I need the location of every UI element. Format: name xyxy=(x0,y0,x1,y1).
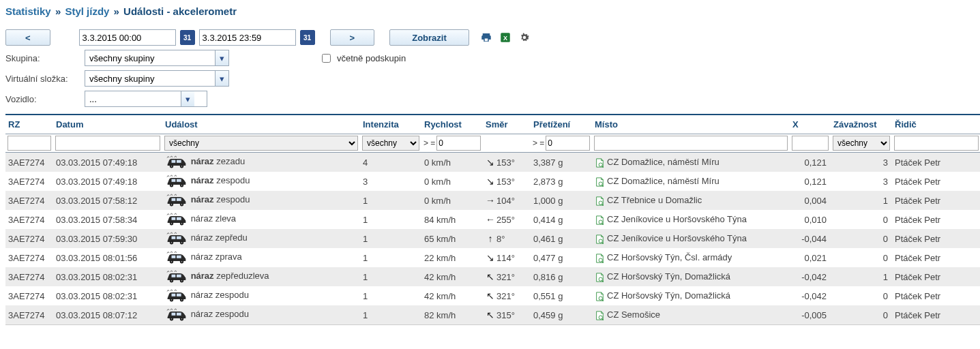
col-driver[interactable]: Řidič xyxy=(892,115,980,134)
vfolder-input[interactable] xyxy=(85,71,215,86)
cell-g: 0,459 g xyxy=(531,305,592,325)
cell-date: 03.03.2015 08:02:31 xyxy=(53,286,162,305)
map-doc-icon[interactable] xyxy=(595,292,604,301)
direction-arrow-icon: → xyxy=(486,195,495,206)
col-g[interactable]: Přetížení xyxy=(531,115,592,134)
chevron-down-icon[interactable]: ▾ xyxy=(215,71,228,86)
col-date[interactable]: Datum xyxy=(53,115,162,134)
cell-date: 03.03.2015 07:49:18 xyxy=(53,153,162,172)
cell-sev: 0 xyxy=(831,248,892,267)
cell-date: 03.03.2015 07:58:12 xyxy=(53,191,162,210)
col-event[interactable]: Událost xyxy=(162,115,360,134)
col-x[interactable]: X xyxy=(790,115,831,134)
cell-dir: ↖321° xyxy=(483,286,531,305)
table-row[interactable]: 3AE7274 03.03.2015 07:58:34 náraz zleva … xyxy=(5,210,980,229)
cell-event: náraz zezadu xyxy=(162,153,360,172)
vehicle-combo[interactable]: ▾ xyxy=(85,91,207,107)
calendar-from-button[interactable]: 31 xyxy=(180,30,195,45)
vfolder-combo[interactable]: ▾ xyxy=(85,70,229,87)
table-row[interactable]: 3AE7274 03.03.2015 07:59:30 náraz zepřed… xyxy=(5,229,980,248)
map-doc-icon[interactable] xyxy=(595,234,604,244)
car-crash-icon xyxy=(165,213,188,226)
cell-speed: 65 km/h xyxy=(421,229,483,248)
cell-sev: 0 xyxy=(831,210,892,229)
direction-arrow-icon: ↘ xyxy=(486,176,495,187)
col-sev[interactable]: Závažnost xyxy=(831,115,892,134)
cell-event: náraz zepředuzleva xyxy=(162,267,360,286)
table-row[interactable]: 3AE7274 03.03.2015 08:02:31 náraz zepřed… xyxy=(5,267,980,286)
cell-intensity: 1 xyxy=(360,191,421,210)
table-row[interactable]: 3AE7274 03.03.2015 08:01:56 náraz zprava… xyxy=(5,248,980,267)
breadcrumb-style[interactable]: Styl jízdy xyxy=(65,5,109,17)
cell-speed: 42 km/h xyxy=(421,286,483,305)
cell-intensity: 3 xyxy=(360,172,421,191)
filter-g[interactable] xyxy=(546,136,590,151)
direction-arrow-icon: ↖ xyxy=(486,290,495,301)
cell-place: CZ Jeníkovice u Horšovského Týna xyxy=(592,210,790,229)
cell-x: 0,010 xyxy=(790,210,831,229)
breadcrumb-stats[interactable]: Statistiky xyxy=(5,5,51,17)
direction-arrow-icon: ← xyxy=(486,214,495,225)
cell-rz: 3AE7274 xyxy=(5,267,53,286)
cell-sev: 1 xyxy=(831,267,892,286)
cell-rz: 3AE7274 xyxy=(5,229,53,248)
calendar-to-button[interactable]: 31 xyxy=(300,30,315,45)
filter-intensity[interactable]: všechny xyxy=(362,136,419,151)
direction-arrow-icon: ↑ xyxy=(486,233,495,244)
map-doc-icon[interactable] xyxy=(595,311,604,320)
g-op: > = xyxy=(533,138,544,148)
group-combo[interactable]: ▾ xyxy=(85,50,229,66)
date-from-input[interactable] xyxy=(79,29,176,46)
next-period-button[interactable]: > xyxy=(330,29,375,46)
table-row[interactable]: 3AE7274 03.03.2015 07:49:18 náraz zespod… xyxy=(5,172,980,191)
col-rz[interactable]: RZ xyxy=(5,115,53,134)
cell-intensity: 1 xyxy=(360,229,421,248)
filter-date[interactable] xyxy=(55,136,160,151)
cell-x: 0,021 xyxy=(790,248,831,267)
table-row[interactable]: 3AE7274 03.03.2015 08:02:31 náraz zespod… xyxy=(5,286,980,305)
filter-event[interactable]: všechny xyxy=(164,136,358,151)
map-doc-icon[interactable] xyxy=(595,215,604,225)
table-row[interactable]: 3AE7274 03.03.2015 07:49:18 náraz zezadu… xyxy=(5,153,980,172)
cell-dir: ↘114° xyxy=(483,248,531,267)
filter-rz[interactable] xyxy=(8,136,51,151)
cell-sev: 3 xyxy=(831,172,892,191)
excel-icon[interactable]: X xyxy=(499,31,511,44)
vehicle-input[interactable] xyxy=(85,91,181,106)
cell-dir: ↖321° xyxy=(483,267,531,286)
cell-date: 03.03.2015 08:02:31 xyxy=(53,267,162,286)
map-doc-icon[interactable] xyxy=(595,177,604,187)
col-place[interactable]: Místo xyxy=(592,115,790,134)
cell-driver: Ptáček Petr xyxy=(892,305,980,325)
table-row[interactable]: 3AE7274 03.03.2015 07:58:12 náraz zespod… xyxy=(5,191,980,210)
chevron-down-icon[interactable]: ▾ xyxy=(181,91,194,106)
map-doc-icon[interactable] xyxy=(595,254,604,263)
col-speed[interactable]: Rychlost xyxy=(421,115,483,134)
cell-speed: 42 km/h xyxy=(421,267,483,286)
filter-speed[interactable] xyxy=(436,136,481,151)
group-input[interactable] xyxy=(85,50,215,65)
settings-icon[interactable] xyxy=(518,31,531,44)
print-icon[interactable] xyxy=(480,31,492,44)
map-doc-icon[interactable] xyxy=(595,273,604,282)
filter-sev[interactable]: všechny xyxy=(833,136,890,151)
filter-driver[interactable] xyxy=(894,136,979,151)
breadcrumb-current: Události - akcelerometr xyxy=(123,5,237,17)
car-crash-icon xyxy=(165,174,188,188)
date-to-input[interactable] xyxy=(199,29,296,46)
table-row[interactable]: 3AE7274 03.03.2015 08:07:12 náraz zespod… xyxy=(5,305,980,325)
col-dir[interactable]: Směr xyxy=(483,115,531,134)
cell-date: 03.03.2015 07:59:30 xyxy=(53,229,162,248)
map-doc-icon[interactable] xyxy=(595,196,604,206)
map-doc-icon[interactable] xyxy=(595,158,604,168)
prev-period-button[interactable]: < xyxy=(5,29,50,46)
cell-speed: 0 km/h xyxy=(421,153,483,172)
show-button[interactable]: Zobrazit xyxy=(389,29,469,46)
col-intensity[interactable]: Intenzita xyxy=(360,115,421,134)
filter-x[interactable] xyxy=(792,136,829,151)
include-subgroups-checkbox[interactable] xyxy=(322,54,331,63)
cell-sev: 0 xyxy=(831,305,892,325)
filter-place[interactable] xyxy=(594,136,788,151)
chevron-down-icon[interactable]: ▾ xyxy=(215,50,228,65)
cell-speed: 0 km/h xyxy=(421,172,483,191)
